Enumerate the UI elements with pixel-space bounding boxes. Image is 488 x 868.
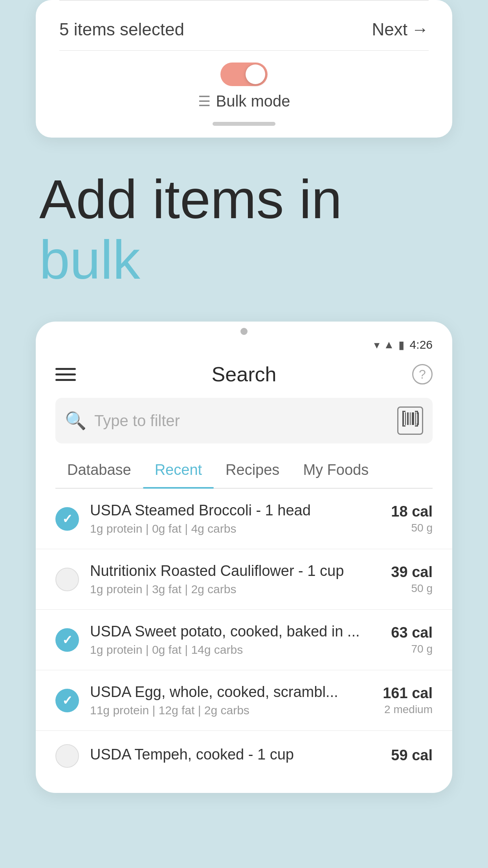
food-info: USDA Egg, whole, cooked, scrambl... 11g …	[90, 684, 372, 717]
page-title: Search	[212, 362, 277, 386]
svg-rect-12	[402, 423, 404, 427]
bulk-mode-section: ☰ Bulk mode	[59, 63, 429, 118]
status-bar: ▾ ▲ ▮ 4:26	[36, 335, 452, 355]
items-selected-label: 5 items selected	[59, 20, 184, 39]
calorie-count: 161 cal	[383, 685, 433, 702]
hamburger-line-3	[55, 379, 76, 381]
food-info: USDA Sweet potato, cooked, baked in ... …	[90, 623, 380, 657]
calorie-count: 59 cal	[391, 747, 433, 764]
food-info: USDA Tempeh, cooked - 1 cup	[90, 746, 380, 766]
food-name: Nutritionix Roasted Cauliflower - 1 cup	[90, 563, 380, 579]
check-circle: ✓	[55, 628, 79, 652]
drag-handle	[213, 122, 275, 126]
svg-rect-3	[410, 412, 411, 425]
hero-title-line1: Add items in	[39, 169, 449, 230]
checkmark-icon: ✓	[62, 693, 73, 708]
food-calories: 18 cal 50 g	[391, 503, 433, 534]
food-calories: 39 cal 50 g	[391, 564, 433, 595]
phone-notch	[36, 322, 452, 335]
food-macros: 1g protein | 0g fat | 14g carbs	[90, 643, 380, 657]
food-calories: 59 cal	[391, 747, 433, 765]
list-item[interactable]: ✓ USDA Sweet potato, cooked, baked in ..…	[36, 610, 452, 670]
tab-recipes[interactable]: Recipes	[214, 455, 291, 488]
check-circle: ✓	[55, 689, 79, 712]
signal-icon: ▲	[383, 338, 394, 351]
next-button[interactable]: Next →	[372, 20, 429, 39]
food-name: USDA Egg, whole, cooked, scrambl...	[90, 684, 372, 701]
check-circle: ✓	[55, 568, 79, 591]
food-info: USDA Steamed Broccoli - 1 head 1g protei…	[90, 502, 380, 535]
check-circle: ✓	[55, 744, 79, 768]
top-card-header: 5 items selected Next →	[59, 9, 429, 50]
tabs-row: Database Recent Recipes My Foods	[55, 455, 433, 489]
calorie-count: 18 cal	[391, 503, 433, 520]
check-circle: ✓	[55, 507, 79, 531]
food-calories: 63 cal 70 g	[391, 624, 433, 655]
middle-divider	[59, 50, 429, 51]
hamburger-menu-button[interactable]	[55, 368, 76, 381]
top-card: 5 items selected Next → ☰ Bulk mode	[36, 0, 452, 138]
hero-section: Add items in bulk	[0, 138, 488, 322]
tab-myfoods[interactable]: My Foods	[291, 455, 380, 488]
notch-dot	[240, 328, 248, 335]
serving-size: 50 g	[391, 582, 433, 595]
food-list: ✓ USDA Steamed Broccoli - 1 head 1g prot…	[36, 489, 452, 781]
food-macros: 1g protein | 0g fat | 4g carbs	[90, 522, 380, 535]
hero-title-line2: bulk	[39, 230, 449, 290]
status-icons: ▾ ▲ ▮	[374, 338, 404, 351]
list-item[interactable]: ✓ Nutritionix Roasted Cauliflower - 1 cu…	[36, 549, 452, 610]
list-item[interactable]: ✓ USDA Egg, whole, cooked, scrambl... 11…	[36, 670, 452, 731]
svg-rect-10	[417, 411, 418, 414]
hamburger-line-1	[55, 368, 76, 370]
nav-header: Search ?	[36, 355, 452, 394]
svg-rect-0	[402, 412, 404, 425]
battery-icon: ▮	[398, 338, 404, 351]
checkmark-icon: ✓	[62, 511, 73, 526]
svg-rect-2	[407, 412, 409, 425]
serving-size: 70 g	[391, 643, 433, 655]
help-button[interactable]: ?	[412, 364, 433, 384]
wifi-icon: ▾	[374, 338, 380, 351]
serving-size: 50 g	[391, 522, 433, 534]
hamburger-line-2	[55, 373, 76, 375]
search-icon: 🔍	[65, 410, 86, 431]
food-macros: 11g protein | 12g fat | 2g carbs	[90, 704, 372, 717]
bulk-mode-toggle[interactable]	[220, 63, 268, 86]
search-bar[interactable]: 🔍 Type to filter	[55, 398, 433, 443]
clock: 4:26	[410, 338, 433, 351]
calorie-count: 63 cal	[391, 624, 433, 641]
food-info: Nutritionix Roasted Cauliflower - 1 cup …	[90, 563, 380, 596]
food-calories: 161 cal 2 medium	[383, 685, 433, 716]
checkmark-icon: ✓	[62, 633, 73, 647]
calorie-count: 39 cal	[391, 564, 433, 581]
tab-recent[interactable]: Recent	[143, 455, 214, 488]
phone-card: ▾ ▲ ▮ 4:26 Search ? 🔍 Type to filter	[36, 322, 452, 793]
food-name: USDA Tempeh, cooked - 1 cup	[90, 746, 380, 763]
top-divider	[59, 0, 429, 1]
tab-database[interactable]: Database	[55, 455, 143, 488]
svg-rect-5	[415, 412, 416, 425]
food-name: USDA Steamed Broccoli - 1 head	[90, 502, 380, 519]
food-name: USDA Sweet potato, cooked, baked in ...	[90, 623, 380, 640]
svg-rect-14	[417, 423, 418, 427]
serving-size: 2 medium	[383, 703, 433, 716]
svg-rect-8	[402, 411, 404, 414]
list-item[interactable]: ✓ USDA Tempeh, cooked - 1 cup 59 cal	[36, 731, 452, 781]
svg-rect-4	[412, 412, 414, 425]
next-arrow-icon: →	[411, 20, 429, 39]
list-filter-icon: ☰	[198, 93, 211, 110]
list-item[interactable]: ✓ USDA Steamed Broccoli - 1 head 1g prot…	[36, 489, 452, 549]
search-input[interactable]: Type to filter	[94, 412, 389, 430]
svg-rect-6	[417, 412, 419, 425]
toggle-knob	[246, 64, 265, 84]
barcode-scanner-button[interactable]	[397, 406, 423, 435]
svg-rect-1	[405, 412, 406, 425]
bulk-mode-label: ☰ Bulk mode	[198, 92, 290, 110]
food-macros: 1g protein | 3g fat | 2g carbs	[90, 583, 380, 596]
